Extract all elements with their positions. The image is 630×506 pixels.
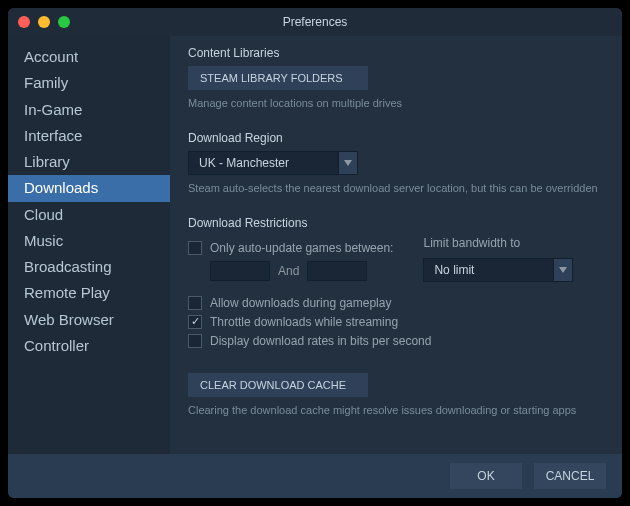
time-start-input[interactable] bbox=[210, 261, 270, 281]
chevron-down-icon[interactable] bbox=[553, 258, 573, 282]
sidebar-item-cloud[interactable]: Cloud bbox=[8, 202, 170, 228]
window-title: Preferences bbox=[8, 15, 622, 29]
sidebar-item-label: Library bbox=[24, 153, 70, 170]
sidebar-item-label: Cloud bbox=[24, 206, 63, 223]
ok-button[interactable]: OK bbox=[450, 463, 522, 489]
content-libraries-heading: Content Libraries bbox=[188, 46, 604, 60]
download-restrictions-heading: Download Restrictions bbox=[188, 216, 604, 230]
sidebar-item-label: Interface bbox=[24, 127, 82, 144]
window-body: Account Family In-Game Interface Library… bbox=[8, 36, 622, 454]
clear-cache-hint: Clearing the download cache might resolv… bbox=[188, 403, 604, 418]
throttle-streaming-label: Throttle downloads while streaming bbox=[210, 315, 398, 329]
download-region-hint: Steam auto-selects the nearest download … bbox=[188, 181, 604, 196]
bandwidth-value: No limit bbox=[423, 258, 553, 282]
allow-gameplay-row: Allow downloads during gameplay bbox=[188, 296, 604, 310]
auto-update-row: Only auto-update games between: bbox=[188, 241, 393, 255]
sidebar-item-account[interactable]: Account bbox=[8, 44, 170, 70]
bits-per-second-row: Display download rates in bits per secon… bbox=[188, 334, 604, 348]
sidebar-item-label: Controller bbox=[24, 337, 89, 354]
allow-gameplay-label: Allow downloads during gameplay bbox=[210, 296, 391, 310]
sidebar-item-family[interactable]: Family bbox=[8, 70, 170, 96]
sidebar-item-label: Family bbox=[24, 74, 68, 91]
steam-library-folders-button[interactable]: STEAM LIBRARY FOLDERS bbox=[188, 66, 368, 90]
download-region-dropdown[interactable]: UK - Manchester bbox=[188, 151, 358, 175]
auto-update-label: Only auto-update games between: bbox=[210, 241, 393, 255]
sidebar-item-label: Account bbox=[24, 48, 78, 65]
bandwidth-dropdown[interactable]: No limit bbox=[423, 258, 573, 282]
sidebar-item-downloads[interactable]: Downloads bbox=[8, 175, 170, 201]
sidebar-item-web-browser[interactable]: Web Browser bbox=[8, 307, 170, 333]
sidebar-item-broadcasting[interactable]: Broadcasting bbox=[8, 254, 170, 280]
and-label: And bbox=[278, 264, 299, 278]
sidebar-item-label: Web Browser bbox=[24, 311, 114, 328]
download-region-value: UK - Manchester bbox=[188, 151, 338, 175]
sidebar-item-label: Downloads bbox=[24, 179, 98, 196]
bits-per-second-label: Display download rates in bits per secon… bbox=[210, 334, 431, 348]
bandwidth-column: Limit bandwidth to No limit bbox=[423, 236, 573, 282]
restrictions-row: Only auto-update games between: And Limi… bbox=[188, 236, 604, 291]
sidebar-item-label: Broadcasting bbox=[24, 258, 112, 275]
time-range-row: And bbox=[210, 261, 393, 281]
sidebar-item-in-game[interactable]: In-Game bbox=[8, 97, 170, 123]
sidebar: Account Family In-Game Interface Library… bbox=[8, 36, 170, 454]
bits-per-second-checkbox[interactable] bbox=[188, 334, 202, 348]
cancel-button[interactable]: CANCEL bbox=[534, 463, 606, 489]
titlebar: Preferences bbox=[8, 8, 622, 36]
download-region-heading: Download Region bbox=[188, 131, 604, 145]
main-panel: Content Libraries STEAM LIBRARY FOLDERS … bbox=[170, 36, 622, 454]
throttle-streaming-checkbox[interactable] bbox=[188, 315, 202, 329]
sidebar-item-label: Remote Play bbox=[24, 284, 110, 301]
clear-download-cache-button[interactable]: CLEAR DOWNLOAD CACHE bbox=[188, 373, 368, 397]
sidebar-item-label: In-Game bbox=[24, 101, 82, 118]
preferences-window: Preferences Account Family In-Game Inter… bbox=[8, 8, 622, 498]
allow-gameplay-checkbox[interactable] bbox=[188, 296, 202, 310]
bandwidth-heading: Limit bandwidth to bbox=[423, 236, 573, 250]
sidebar-item-remote-play[interactable]: Remote Play bbox=[8, 280, 170, 306]
sidebar-item-interface[interactable]: Interface bbox=[8, 123, 170, 149]
time-end-input[interactable] bbox=[307, 261, 367, 281]
footer: OK CANCEL bbox=[8, 454, 622, 498]
restrictions-left: Only auto-update games between: And bbox=[188, 236, 393, 291]
sidebar-item-music[interactable]: Music bbox=[8, 228, 170, 254]
chevron-down-icon[interactable] bbox=[338, 151, 358, 175]
content-libraries-hint: Manage content locations on multiple dri… bbox=[188, 96, 604, 111]
sidebar-item-library[interactable]: Library bbox=[8, 149, 170, 175]
throttle-streaming-row: Throttle downloads while streaming bbox=[188, 315, 604, 329]
sidebar-item-label: Music bbox=[24, 232, 63, 249]
auto-update-checkbox[interactable] bbox=[188, 241, 202, 255]
sidebar-item-controller[interactable]: Controller bbox=[8, 333, 170, 359]
